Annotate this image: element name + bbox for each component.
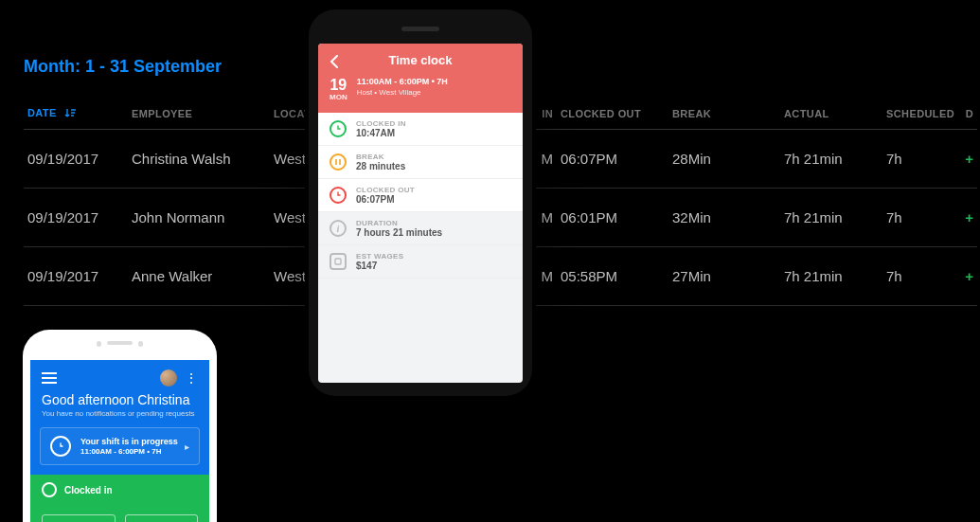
timeclock-item: iDURATION7 hours 21 minutes [318, 212, 523, 245]
sort-desc-icon [63, 108, 77, 119]
col-date[interactable]: DATE [24, 98, 128, 130]
timeclock-title: Time clock [330, 53, 511, 67]
timeclock-item-value: 10:47AM [356, 128, 406, 138]
diff-cell: + [958, 189, 977, 247]
square-icon [330, 253, 347, 270]
date-cell: 09/19/2017 [24, 247, 128, 306]
shift-card[interactable]: Your shift is in progress 11:00AM - 6:00… [40, 427, 200, 465]
menu-icon[interactable] [42, 372, 57, 384]
timeclock-location: Host • West Village [357, 88, 448, 97]
timeclock-item-value: $147 [356, 261, 403, 271]
break-cell: 27Min [668, 247, 780, 306]
clock-icon [50, 436, 71, 457]
clocked-in-banner: Clocked in [30, 475, 209, 505]
start-break-button[interactable]: START BREAK [42, 514, 116, 522]
phone-mock-timeclock: Time clock 19 MON 11:00AM - 6:00PM • 7H … [309, 9, 532, 396]
timeclock-item: CLOCKED IN10:47AM [318, 113, 523, 146]
clock-out-button[interactable]: CLOCK OUT [125, 514, 199, 522]
break-cell: 32Min [668, 189, 780, 247]
col-employee[interactable]: EMPLOYEE [128, 98, 270, 130]
diff-cell: + [958, 130, 977, 189]
col-diff[interactable]: D [958, 98, 977, 130]
employee-cell: John Normann [128, 189, 270, 247]
chevron-right-icon: ▸ [185, 441, 189, 452]
clocked-out-cell: 06:07PM [557, 130, 668, 189]
break-cell: 28Min [668, 130, 780, 189]
shift-hours: 11:00AM - 6:00PM • 7H [80, 447, 178, 456]
avatar[interactable] [160, 369, 177, 387]
date-cell: 09/19/2017 [24, 189, 128, 247]
date-cell: 09/19/2017 [24, 130, 128, 189]
col-scheduled[interactable]: SCHEDULED [882, 98, 958, 130]
pause-icon [330, 153, 347, 171]
timeclock-item-label: BREAK [356, 153, 405, 161]
actual-cell: 7h 21min [780, 130, 882, 189]
scheduled-cell: 7h [882, 189, 958, 247]
timeclock-item-label: DURATION [356, 219, 442, 227]
timeclock-item: CLOCKED OUT06:07PM [318, 179, 523, 212]
shift-status: Your shift is in progress [80, 437, 178, 446]
timeclock-date: 19 MON [330, 77, 347, 101]
info-icon: i [330, 220, 347, 237]
svg-rect-0 [335, 259, 341, 264]
phone-mock-dashboard: ⋮ Good afternoon Christina You have no n… [23, 330, 217, 522]
actual-cell: 7h 21min [780, 189, 882, 247]
greeting-sub: You have no notifications or pending req… [42, 409, 198, 418]
timeclock-item-label: EST WAGES [356, 252, 403, 261]
scheduled-cell: 7h [882, 247, 958, 306]
more-icon[interactable]: ⋮ [185, 371, 198, 385]
employee-cell: Anne Walker [128, 247, 270, 306]
clocked-out-cell: 05:58PM [557, 247, 668, 306]
col-actual[interactable]: ACTUAL [780, 98, 882, 130]
timeclock-item-label: CLOCKED IN [356, 119, 406, 128]
clock-icon [330, 187, 347, 204]
diff-cell: + [958, 247, 977, 306]
clocked-out-cell: 06:01PM [557, 189, 668, 247]
timeclock-item-value: 06:07PM [356, 194, 415, 205]
back-icon[interactable] [330, 55, 339, 71]
greeting-text: Good afternoon Christina [42, 392, 198, 407]
col-clocked-out[interactable]: CLOCKED OUT [557, 98, 668, 130]
clock-icon [42, 482, 57, 497]
employee-cell: Christina Walsh [128, 130, 270, 189]
actual-cell: 7h 21min [780, 247, 882, 306]
timeclock-item: BREAK28 minutes [318, 146, 523, 179]
col-break[interactable]: BREAK [668, 98, 780, 130]
clock-icon [330, 120, 347, 137]
timeclock-item-value: 7 hours 21 minutes [356, 227, 442, 238]
timeclock-item-value: 28 minutes [356, 161, 405, 171]
timeclock-shift-hours: 11:00AM - 6:00PM • 7H [357, 77, 448, 88]
timeclock-item-label: CLOCKED OUT [356, 186, 415, 194]
scheduled-cell: 7h [882, 130, 958, 189]
timeclock-item: EST WAGES$147 [318, 245, 523, 279]
